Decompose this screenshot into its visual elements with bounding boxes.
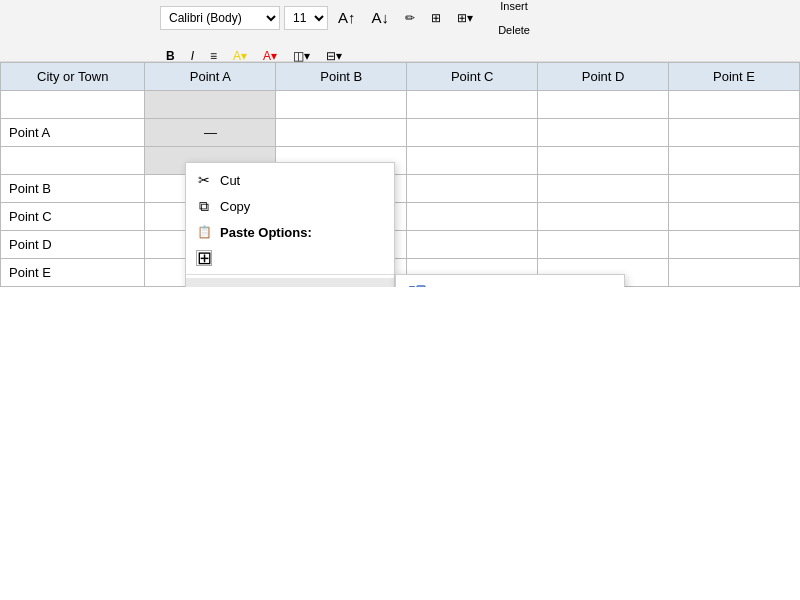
ctx-cut[interactable]: ✂ Cut xyxy=(186,167,394,193)
insert-col-left-icon xyxy=(408,285,426,287)
ctx-copy-label: Copy xyxy=(220,199,250,214)
cell[interactable] xyxy=(669,203,800,231)
toolbar: Calibri (Body) 11 A↑ A↓ ✏ ⊞ ⊞▾ Insert De… xyxy=(0,0,800,62)
font-grow-button[interactable]: A↑ xyxy=(332,6,362,30)
table-row: Point B 87 xyxy=(1,175,800,203)
paste-icon: 📋 xyxy=(196,224,212,240)
cell[interactable] xyxy=(407,119,538,147)
ctx-insert-label: Insert xyxy=(220,284,253,288)
header-row: City or Town Point A Point B Point C Poi… xyxy=(1,63,800,91)
delete-button[interactable]: Delete xyxy=(491,18,537,42)
cell[interactable] xyxy=(1,91,145,119)
svg-rect-1 xyxy=(417,286,425,287)
ctx-insert[interactable]: Insert ► Insert Columns to the Left Inse… xyxy=(186,278,394,287)
table-row: Point A — xyxy=(1,119,800,147)
submenu-arrow: ► xyxy=(371,285,382,287)
header-point-e: Point E xyxy=(669,63,800,91)
toolbar-top-row: Calibri (Body) 11 A↑ A↓ ✏ ⊞ ⊞▾ Insert De… xyxy=(160,0,792,42)
cell[interactable] xyxy=(669,91,800,119)
cell[interactable] xyxy=(538,203,669,231)
cell[interactable] xyxy=(407,91,538,119)
submenu-insert-col-left-label: Insert Columns to the Left xyxy=(434,287,583,288)
cell[interactable] xyxy=(538,175,669,203)
cell[interactable] xyxy=(669,231,800,259)
cell[interactable] xyxy=(669,119,800,147)
cell[interactable] xyxy=(407,231,538,259)
spreadsheet-table: City or Town Point A Point B Point C Poi… xyxy=(0,62,800,287)
ctx-paste-label: Paste Options: xyxy=(220,225,312,240)
cell-point-b-label[interactable]: Point B xyxy=(1,175,145,203)
cell[interactable] xyxy=(276,91,407,119)
table-row xyxy=(1,91,800,119)
table-grid-button[interactable]: ⊞ xyxy=(425,6,447,30)
paste-special-icon: ⊞ xyxy=(196,250,212,266)
cell-point-e-label[interactable]: Point E xyxy=(1,259,145,287)
table-row xyxy=(1,147,800,175)
table-row: Point C 64 xyxy=(1,203,800,231)
cell-point-d-label[interactable]: Point D xyxy=(1,231,145,259)
submenu-insert-col-left[interactable]: Insert Columns to the Left xyxy=(396,279,624,287)
svg-rect-0 xyxy=(409,286,415,287)
header-city: City or Town xyxy=(1,63,145,91)
table-area: City or Town Point A Point B Point C Poi… xyxy=(0,62,800,287)
header-point-d: Point D xyxy=(538,63,669,91)
context-menu: ✂ Cut ⧉ Copy 📋 Paste Options: ⊞ Insert ► xyxy=(185,162,395,287)
copy-icon: ⧉ xyxy=(196,198,212,214)
table-row: Point D 37 xyxy=(1,231,800,259)
cell[interactable] xyxy=(538,231,669,259)
ctx-copy[interactable]: ⧉ Copy xyxy=(186,193,394,219)
clear-format-button[interactable]: ✏ xyxy=(399,6,421,30)
header-point-b: Point B xyxy=(276,63,407,91)
cell[interactable] xyxy=(407,203,538,231)
font-size-select[interactable]: 11 xyxy=(284,6,328,30)
cell[interactable] xyxy=(669,147,800,175)
insert-button[interactable]: Insert xyxy=(491,0,537,18)
cell[interactable] xyxy=(669,175,800,203)
cell[interactable] xyxy=(669,259,800,287)
insert-icon xyxy=(196,283,212,287)
ctx-paste-options: 📋 Paste Options: xyxy=(186,219,394,245)
cell[interactable] xyxy=(538,91,669,119)
header-point-c: Point C xyxy=(407,63,538,91)
font-family-select[interactable]: Calibri (Body) xyxy=(160,6,280,30)
ctx-cut-label: Cut xyxy=(220,173,240,188)
ctx-paste-icon-row[interactable]: ⊞ xyxy=(186,245,394,271)
cell-point-a-label[interactable]: Point A xyxy=(1,119,145,147)
header-point-a: Point A xyxy=(145,63,276,91)
cell[interactable]: — xyxy=(145,119,276,147)
cell-point-c-label[interactable]: Point C xyxy=(1,203,145,231)
cell[interactable] xyxy=(1,147,145,175)
separator xyxy=(186,274,394,275)
cell[interactable] xyxy=(145,91,276,119)
font-shrink-button[interactable]: A↓ xyxy=(366,6,396,30)
cell[interactable] xyxy=(538,119,669,147)
insert-delete-group: Insert Delete xyxy=(491,0,537,42)
cell[interactable] xyxy=(407,175,538,203)
table-options-button[interactable]: ⊞▾ xyxy=(451,6,479,30)
insert-submenu: Insert Columns to the Left Insert Column… xyxy=(395,274,625,287)
cell[interactable] xyxy=(407,147,538,175)
cell[interactable] xyxy=(538,147,669,175)
cut-icon: ✂ xyxy=(196,172,212,188)
cell[interactable] xyxy=(276,119,407,147)
